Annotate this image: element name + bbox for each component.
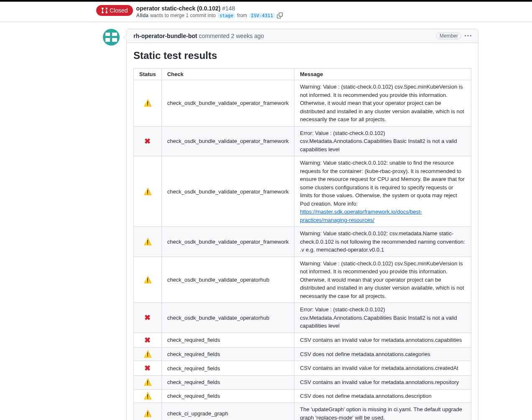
comment-body: Static test results Status Check Message… xyxy=(127,43,478,420)
warning-icon: ⚠️ xyxy=(143,350,152,358)
table-row: ⚠️check_osdk_bundle_validate_operator_fr… xyxy=(134,227,471,257)
check-cell: check_required_fields xyxy=(161,376,294,389)
check-cell: check_osdk_bundle_validate_operator_fram… xyxy=(161,227,294,257)
message-link[interactable]: https://master.sdk.operatorframework.io/… xyxy=(300,209,422,223)
message-cell: CSV contains an invalid value for metada… xyxy=(294,361,471,376)
status-cell: ⚠️ xyxy=(134,403,162,420)
status-cell: ✖ xyxy=(134,333,162,347)
warning-icon: ⚠️ xyxy=(143,410,152,417)
check-cell: check_osdk_bundle_validate_operator_fram… xyxy=(161,156,294,227)
status-cell: ✖ xyxy=(134,361,162,376)
check-cell: check_osdk_bundle_validate_operator_fram… xyxy=(161,80,294,127)
error-icon: ✖ xyxy=(144,313,151,322)
avatar[interactable] xyxy=(103,29,120,46)
kebab-icon[interactable] xyxy=(465,33,471,39)
error-icon: ✖ xyxy=(144,364,151,373)
check-cell: check_osdk_bundle_validate_operator_fram… xyxy=(161,126,294,156)
check-cell: check_osdk_bundle_validate_operatorhub xyxy=(161,257,294,303)
check-cell: check_required_fields xyxy=(161,333,294,347)
table-row: ✖check_osdk_bundle_validate_operator_fra… xyxy=(134,126,471,156)
message-cell: CSV does not define metadata.annotations… xyxy=(294,389,471,403)
message-cell: CSV contains an invalid value for metada… xyxy=(294,333,471,347)
results-heading: Static test results xyxy=(133,50,471,61)
status-cell: ✖ xyxy=(134,126,162,156)
comment-time[interactable]: 2 weeks ago xyxy=(231,33,264,39)
status-cell: ⚠️ xyxy=(134,376,162,389)
table-row: ⚠️check_required_fieldsCSV contains an i… xyxy=(134,376,471,389)
check-cell: check_required_fields xyxy=(161,347,294,361)
git-pull-request-closed-icon xyxy=(101,7,108,14)
message-cell: The 'updateGraph' option is missing in c… xyxy=(294,403,471,420)
copy-icon[interactable] xyxy=(277,13,283,18)
check-cell: check_required_fields xyxy=(161,389,294,403)
table-row: ✖check_required_fieldsCSV contains an in… xyxy=(134,361,471,376)
comment-action: commented xyxy=(199,33,229,39)
col-check: Check xyxy=(161,69,294,80)
warning-icon: ⚠️ xyxy=(143,276,152,284)
message-cell: Error: Value : (static-check.0.0.102) cs… xyxy=(294,126,471,156)
pr-title[interactable]: operator static-check (0.0.102) xyxy=(136,5,221,12)
table-row: ⚠️check_osdk_bundle_validate_operator_fr… xyxy=(134,80,471,127)
table-row: ⚠️check_osdk_bundle_validate_operator_fr… xyxy=(134,156,471,227)
warning-icon: ⚠️ xyxy=(143,238,152,246)
status-cell: ⚠️ xyxy=(134,347,162,361)
warning-icon: ⚠️ xyxy=(143,188,152,196)
warning-icon: ⚠️ xyxy=(143,378,152,386)
message-cell: Warning: Value static-check.0.0.102: una… xyxy=(294,156,471,227)
pr-number: #148 xyxy=(222,5,235,12)
check-cell: check_required_fields xyxy=(161,361,294,376)
check-cell: check_ci_upgrade_graph xyxy=(161,403,294,420)
error-icon: ✖ xyxy=(144,137,151,146)
message-cell: Warning: Value : (static-check.0.0.102) … xyxy=(294,257,471,303)
message-cell: CSV does not define metadata.annotations… xyxy=(294,347,471,361)
member-badge: Member xyxy=(436,33,461,39)
col-message: Message xyxy=(294,69,471,80)
table-row: ⚠️check_ci_upgrade_graphThe 'updateGraph… xyxy=(134,403,471,420)
message-cell: Error: Value : (static-check.0.0.102) cs… xyxy=(294,303,471,333)
results-table: Status Check Message ⚠️check_osdk_bundle… xyxy=(133,68,471,420)
pr-title-line: operator static-check (0.0.102) #148 xyxy=(136,5,283,12)
table-row: ⚠️check_osdk_bundle_validate_operatorhub… xyxy=(134,257,471,303)
table-row: ✖check_osdk_bundle_validate_operatorhubE… xyxy=(134,303,471,333)
table-row: ✖check_required_fieldsCSV contains an in… xyxy=(134,333,471,347)
message-cell: CSV contains an invalid value for metada… xyxy=(294,376,471,389)
target-branch[interactable]: stage xyxy=(217,13,235,18)
status-cell: ⚠️ xyxy=(134,80,162,127)
pr-header: Closed operator static-check (0.0.102) #… xyxy=(0,2,532,22)
pr-state-text: Closed xyxy=(110,7,128,14)
status-cell: ⚠️ xyxy=(134,389,162,403)
pr-merge-line: Allda wants to merge 1 commit into stage… xyxy=(136,13,283,18)
status-cell: ⚠️ xyxy=(134,257,162,303)
warning-icon: ⚠️ xyxy=(143,99,152,107)
message-cell: Warning: Value : (static-check.0.0.102) … xyxy=(294,80,471,127)
pr-state-badge: Closed xyxy=(96,5,133,16)
comment-header: rh-operator-bundle-bot commented 2 weeks… xyxy=(127,29,478,43)
source-branch[interactable]: ISV-4311 xyxy=(249,13,275,18)
warning-icon: ⚠️ xyxy=(143,392,152,400)
error-icon: ✖ xyxy=(144,336,151,345)
check-cell: check_osdk_bundle_validate_operatorhub xyxy=(161,303,294,333)
status-cell: ⚠️ xyxy=(134,227,162,257)
pr-author[interactable]: Allda xyxy=(136,13,148,18)
comment-author[interactable]: rh-operator-bundle-bot xyxy=(133,33,197,39)
status-cell: ✖ xyxy=(134,303,162,333)
table-row: ⚠️check_required_fieldsCSV does not defi… xyxy=(134,389,471,403)
message-cell: Warning: Value static-check.0.0.102: csv… xyxy=(294,227,471,257)
comment-box: rh-operator-bundle-bot commented 2 weeks… xyxy=(126,29,478,420)
table-row: ⚠️check_required_fieldsCSV does not defi… xyxy=(134,347,471,361)
status-cell: ⚠️ xyxy=(134,156,162,227)
col-status: Status xyxy=(134,69,162,80)
